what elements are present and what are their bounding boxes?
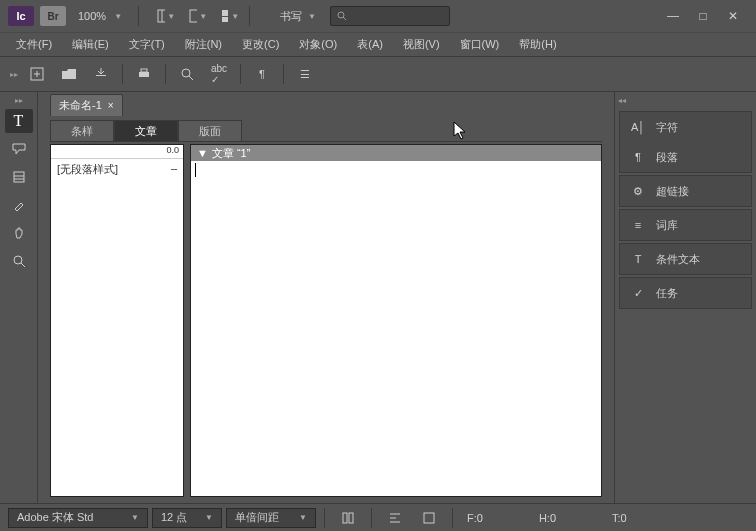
link-icon: ⚙ (630, 185, 646, 198)
center-area: 未命名-1 × 条样 文章 版面 0.0 [无段落样式] – ▼ 文章 “1” (38, 92, 614, 503)
panel-label: 任务 (656, 286, 678, 301)
right-panels: ◂◂ A│字符 ¶段落 ⚙超链接 ≡词库 T条件文本 ✓任务 (614, 92, 756, 503)
zoom-tool[interactable] (5, 249, 33, 273)
zoom-value: 100% (78, 10, 106, 22)
new-icon[interactable] (22, 60, 52, 88)
view-tab-galley[interactable]: 条样 (50, 120, 114, 141)
view-tab-layout[interactable]: 版面 (178, 120, 242, 141)
conditional-text-icon: T (630, 253, 646, 265)
style-name: [无段落样式] (57, 162, 118, 177)
separator (324, 508, 325, 528)
line-spacing-dropdown[interactable]: 单倍间距▼ (226, 508, 316, 528)
svg-rect-13 (141, 69, 147, 72)
menu-object[interactable]: 对象(O) (291, 35, 345, 54)
tasks-icon: ✓ (630, 287, 646, 300)
workspace: 0.0 [无段落样式] – ▼ 文章 “1” (38, 144, 614, 503)
info-icon[interactable] (414, 504, 444, 532)
status-t: T:0 (606, 512, 633, 524)
article-body[interactable] (191, 161, 601, 496)
menubar: 文件(F) 编辑(E) 文字(T) 附注(N) 更改(C) 对象(O) 表(A)… (0, 32, 756, 56)
toolbar: ▸▸ abc✓ ¶ ☰ (0, 56, 756, 92)
menu-notes[interactable]: 附注(N) (177, 35, 230, 54)
svg-rect-16 (14, 172, 24, 182)
save-icon[interactable] (86, 60, 116, 88)
collapse-toggle[interactable]: ▸▸ (13, 96, 25, 105)
search-tool-icon[interactable] (172, 60, 202, 88)
menu-file[interactable]: 文件(F) (8, 35, 60, 54)
spacing-value: 单倍间距 (235, 510, 279, 525)
panel-label: 词库 (656, 218, 678, 233)
document-tabs: 未命名-1 × (38, 92, 614, 116)
status-f: F:0 (461, 512, 489, 524)
bridge-button[interactable]: Br (40, 6, 66, 26)
panel-label: 段落 (656, 150, 678, 165)
panel-thesaurus[interactable]: ≡词库 (620, 210, 751, 240)
article-header[interactable]: ▼ 文章 “1” (191, 145, 601, 161)
separator (249, 6, 250, 26)
zoom-dropdown[interactable]: 100% ▼ (72, 8, 128, 24)
menu-changes[interactable]: 更改(C) (234, 35, 287, 54)
pilcrow-icon[interactable]: ¶ (247, 60, 277, 88)
svg-rect-21 (343, 513, 347, 523)
menu-edit[interactable]: 编辑(E) (64, 35, 117, 54)
collapse-toggle[interactable]: ▸▸ (8, 70, 20, 79)
menu-help[interactable]: 帮助(H) (511, 35, 564, 54)
menu-window[interactable]: 窗口(W) (452, 35, 508, 54)
type-tool[interactable]: T (5, 109, 33, 133)
panel-paragraph[interactable]: ¶段落 (620, 142, 751, 172)
screen-mode-icon[interactable]: ▼ (189, 7, 207, 25)
open-icon[interactable] (54, 60, 84, 88)
status-h: H:0 (533, 512, 562, 524)
separator (283, 64, 284, 84)
print-icon[interactable] (129, 60, 159, 88)
styles-panel: 0.0 [无段落样式] – (50, 144, 184, 497)
view-tabs: 条样 文章 版面 (50, 120, 602, 142)
svg-rect-26 (424, 513, 434, 523)
menu-lines-icon[interactable]: ☰ (290, 60, 320, 88)
minimize-button[interactable]: ― (666, 9, 680, 23)
menu-table[interactable]: 表(A) (349, 35, 391, 54)
panel-hyperlink[interactable]: ⚙超链接 (620, 176, 751, 206)
maximize-button[interactable]: □ (696, 9, 710, 23)
font-value: Adobe 宋体 Std (17, 510, 93, 525)
separator (138, 6, 139, 26)
menu-text[interactable]: 文字(T) (121, 35, 173, 54)
app-logo: Ic (8, 6, 34, 26)
columns-icon[interactable] (333, 504, 363, 532)
style-row[interactable]: [无段落样式] – (51, 159, 183, 180)
eyedropper-tool[interactable] (5, 193, 33, 217)
panel-conditional-text[interactable]: T条件文本 (620, 244, 751, 274)
view-tab-story[interactable]: 文章 (114, 120, 178, 141)
view-mode-icon[interactable]: ▼ (157, 7, 175, 25)
chevron-down-icon: ▼ (308, 12, 316, 21)
close-icon[interactable]: × (108, 100, 114, 111)
titlebar: Ic Br 100% ▼ ▼ ▼ ▼ 书写 ▼ ― □ ✕ (0, 0, 756, 32)
svg-rect-2 (190, 10, 197, 22)
position-tool[interactable] (5, 165, 33, 189)
menu-view[interactable]: 视图(V) (395, 35, 448, 54)
document-tab[interactable]: 未命名-1 × (50, 94, 123, 116)
chevron-down-icon: ▼ (114, 12, 122, 21)
spellcheck-icon[interactable]: abc✓ (204, 60, 234, 88)
note-tool[interactable] (5, 137, 33, 161)
workspace-dropdown[interactable]: 书写 ▼ (280, 9, 316, 24)
search-input[interactable] (330, 6, 450, 26)
collapse-toggle[interactable]: ◂◂ (615, 96, 629, 109)
font-size-dropdown[interactable]: 12 点▼ (152, 508, 222, 528)
close-button[interactable]: ✕ (726, 9, 740, 23)
svg-rect-22 (349, 513, 353, 523)
workspace-label: 书写 (280, 9, 302, 24)
left-toolbox: ▸▸ T (0, 92, 38, 503)
triangle-down-icon: ▼ (197, 147, 208, 159)
svg-point-19 (14, 256, 22, 264)
panel-character[interactable]: A│字符 (620, 112, 751, 142)
separator (165, 64, 166, 84)
panel-label: 字符 (656, 120, 678, 135)
panel-tasks[interactable]: ✓任务 (620, 278, 751, 308)
hand-tool[interactable] (5, 221, 33, 245)
font-dropdown[interactable]: Adobe 宋体 Std▼ (8, 508, 148, 528)
align-icon[interactable] (380, 504, 410, 532)
arrange-icon[interactable]: ▼ (221, 7, 239, 25)
separator (240, 64, 241, 84)
main-area: ▸▸ T 未命名-1 × 条样 文章 版面 0.0 [无段落样式] – (0, 92, 756, 503)
